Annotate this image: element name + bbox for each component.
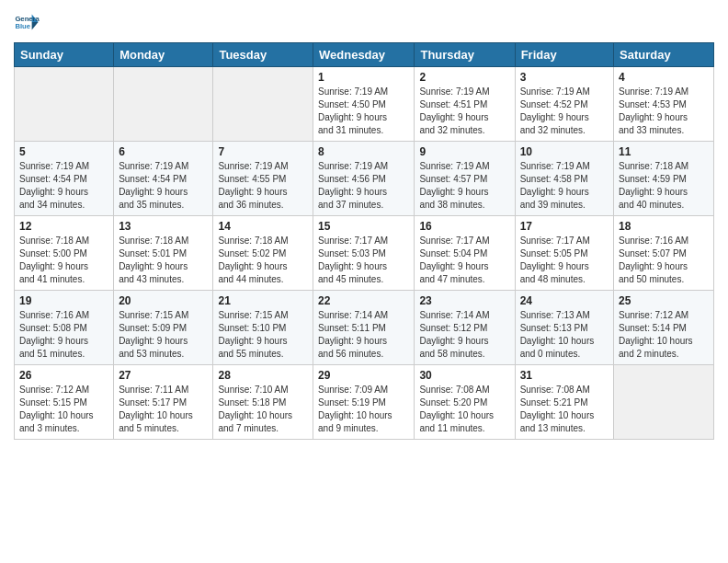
day-number-26: 26 — [19, 369, 108, 382]
day-info-2: Sunrise: 7:19 AM Sunset: 4:51 PM Dayligh… — [419, 86, 509, 137]
day-info-7: Sunrise: 7:19 AM Sunset: 4:55 PM Dayligh… — [218, 160, 308, 212]
day-cell-9: 9Sunrise: 7:19 AM Sunset: 4:57 PM Daylig… — [415, 142, 515, 216]
day-info-11: Sunrise: 7:18 AM Sunset: 4:59 PM Dayligh… — [619, 160, 709, 212]
day-info-27: Sunrise: 7:11 AM Sunset: 5:17 PM Dayligh… — [119, 384, 208, 435]
day-number-12: 12 — [19, 220, 108, 233]
day-cell-6: 6Sunrise: 7:19 AM Sunset: 4:54 PM Daylig… — [114, 142, 213, 216]
day-info-5: Sunrise: 7:19 AM Sunset: 4:54 PM Dayligh… — [19, 160, 108, 212]
day-info-13: Sunrise: 7:18 AM Sunset: 5:01 PM Dayligh… — [119, 235, 208, 286]
day-cell-30: 30Sunrise: 7:08 AM Sunset: 5:20 PM Dayli… — [415, 365, 515, 440]
day-info-15: Sunrise: 7:17 AM Sunset: 5:03 PM Dayligh… — [318, 235, 409, 286]
day-cell-5: 5Sunrise: 7:19 AM Sunset: 4:54 PM Daylig… — [15, 142, 114, 216]
day-cell-25: 25Sunrise: 7:12 AM Sunset: 5:14 PM Dayli… — [614, 291, 714, 365]
day-number-6: 6 — [119, 145, 208, 158]
day-cell-19: 19Sunrise: 7:16 AM Sunset: 5:08 PM Dayli… — [15, 291, 114, 365]
day-info-4: Sunrise: 7:19 AM Sunset: 4:53 PM Dayligh… — [619, 86, 709, 137]
day-cell-26: 26Sunrise: 7:12 AM Sunset: 5:15 PM Dayli… — [15, 365, 114, 440]
day-number-2: 2 — [419, 71, 509, 84]
day-cell-8: 8Sunrise: 7:19 AM Sunset: 4:56 PM Daylig… — [313, 142, 415, 216]
calendar-table: SundayMondayTuesdayWednesdayThursdayFrid… — [14, 42, 714, 440]
day-info-9: Sunrise: 7:19 AM Sunset: 4:57 PM Dayligh… — [419, 160, 509, 212]
svg-text:General: General — [15, 15, 40, 23]
day-cell-17: 17Sunrise: 7:17 AM Sunset: 5:05 PM Dayli… — [515, 216, 613, 291]
day-number-19: 19 — [19, 294, 108, 307]
weekday-header-thursday: Thursday — [415, 43, 515, 67]
day-cell-21: 21Sunrise: 7:15 AM Sunset: 5:10 PM Dayli… — [213, 291, 313, 365]
day-info-29: Sunrise: 7:09 AM Sunset: 5:19 PM Dayligh… — [318, 384, 409, 435]
weekday-header-saturday: Saturday — [614, 43, 714, 67]
page-container: General Blue SundayMondayTuesdayWednesda… — [0, 0, 728, 449]
day-number-28: 28 — [218, 369, 308, 382]
day-number-17: 17 — [520, 220, 609, 233]
day-number-29: 29 — [318, 369, 409, 382]
day-number-27: 27 — [119, 369, 208, 382]
day-info-18: Sunrise: 7:16 AM Sunset: 5:07 PM Dayligh… — [619, 235, 709, 286]
day-info-8: Sunrise: 7:19 AM Sunset: 4:56 PM Dayligh… — [318, 160, 409, 212]
day-info-31: Sunrise: 7:08 AM Sunset: 5:21 PM Dayligh… — [520, 384, 609, 435]
weekday-header-friday: Friday — [515, 43, 613, 67]
empty-cell — [213, 67, 313, 142]
day-number-1: 1 — [318, 71, 409, 84]
weekday-header-monday: Monday — [114, 43, 213, 67]
day-number-22: 22 — [318, 294, 409, 307]
day-cell-14: 14Sunrise: 7:18 AM Sunset: 5:02 PM Dayli… — [213, 216, 313, 291]
header: General Blue — [14, 9, 714, 35]
day-info-24: Sunrise: 7:13 AM Sunset: 5:13 PM Dayligh… — [520, 309, 609, 361]
day-cell-20: 20Sunrise: 7:15 AM Sunset: 5:09 PM Dayli… — [114, 291, 213, 365]
day-info-21: Sunrise: 7:15 AM Sunset: 5:10 PM Dayligh… — [218, 309, 308, 361]
day-cell-12: 12Sunrise: 7:18 AM Sunset: 5:00 PM Dayli… — [15, 216, 114, 291]
day-number-4: 4 — [619, 71, 709, 84]
week-row-2: 5Sunrise: 7:19 AM Sunset: 4:54 PM Daylig… — [15, 142, 714, 216]
day-number-3: 3 — [520, 71, 609, 84]
day-number-7: 7 — [218, 145, 308, 158]
day-info-3: Sunrise: 7:19 AM Sunset: 4:52 PM Dayligh… — [520, 86, 609, 137]
day-number-11: 11 — [619, 145, 709, 158]
day-info-23: Sunrise: 7:14 AM Sunset: 5:12 PM Dayligh… — [419, 309, 509, 361]
week-row-3: 12Sunrise: 7:18 AM Sunset: 5:00 PM Dayli… — [15, 216, 714, 291]
empty-cell — [15, 67, 114, 142]
day-info-19: Sunrise: 7:16 AM Sunset: 5:08 PM Dayligh… — [19, 309, 108, 361]
day-number-30: 30 — [419, 369, 509, 382]
week-row-4: 19Sunrise: 7:16 AM Sunset: 5:08 PM Dayli… — [15, 291, 714, 365]
day-info-20: Sunrise: 7:15 AM Sunset: 5:09 PM Dayligh… — [119, 309, 208, 361]
day-cell-31: 31Sunrise: 7:08 AM Sunset: 5:21 PM Dayli… — [515, 365, 613, 440]
day-cell-4: 4Sunrise: 7:19 AM Sunset: 4:53 PM Daylig… — [614, 67, 714, 142]
day-cell-27: 27Sunrise: 7:11 AM Sunset: 5:17 PM Dayli… — [114, 365, 213, 440]
logo-icon: General Blue — [14, 9, 40, 35]
day-cell-16: 16Sunrise: 7:17 AM Sunset: 5:04 PM Dayli… — [415, 216, 515, 291]
day-number-10: 10 — [520, 145, 609, 158]
empty-cell — [614, 365, 714, 440]
svg-text:Blue: Blue — [15, 22, 30, 30]
day-number-14: 14 — [218, 220, 308, 233]
day-info-12: Sunrise: 7:18 AM Sunset: 5:00 PM Dayligh… — [19, 235, 108, 286]
day-info-22: Sunrise: 7:14 AM Sunset: 5:11 PM Dayligh… — [318, 309, 409, 361]
day-number-16: 16 — [419, 220, 509, 233]
day-number-18: 18 — [619, 220, 709, 233]
day-cell-22: 22Sunrise: 7:14 AM Sunset: 5:11 PM Dayli… — [313, 291, 415, 365]
weekday-header-wednesday: Wednesday — [313, 43, 415, 67]
day-cell-29: 29Sunrise: 7:09 AM Sunset: 5:19 PM Dayli… — [313, 365, 415, 440]
day-info-16: Sunrise: 7:17 AM Sunset: 5:04 PM Dayligh… — [419, 235, 509, 286]
day-cell-10: 10Sunrise: 7:19 AM Sunset: 4:58 PM Dayli… — [515, 142, 613, 216]
day-number-31: 31 — [520, 369, 609, 382]
day-cell-13: 13Sunrise: 7:18 AM Sunset: 5:01 PM Dayli… — [114, 216, 213, 291]
day-number-15: 15 — [318, 220, 409, 233]
day-cell-23: 23Sunrise: 7:14 AM Sunset: 5:12 PM Dayli… — [415, 291, 515, 365]
day-info-1: Sunrise: 7:19 AM Sunset: 4:50 PM Dayligh… — [318, 86, 409, 137]
logo: General Blue — [14, 9, 40, 35]
day-info-28: Sunrise: 7:10 AM Sunset: 5:18 PM Dayligh… — [218, 384, 308, 435]
week-row-1: 1Sunrise: 7:19 AM Sunset: 4:50 PM Daylig… — [15, 67, 714, 142]
day-info-26: Sunrise: 7:12 AM Sunset: 5:15 PM Dayligh… — [19, 384, 108, 435]
day-cell-24: 24Sunrise: 7:13 AM Sunset: 5:13 PM Dayli… — [515, 291, 613, 365]
day-cell-3: 3Sunrise: 7:19 AM Sunset: 4:52 PM Daylig… — [515, 67, 613, 142]
day-number-13: 13 — [119, 220, 208, 233]
day-cell-2: 2Sunrise: 7:19 AM Sunset: 4:51 PM Daylig… — [415, 67, 515, 142]
day-number-21: 21 — [218, 294, 308, 307]
day-cell-1: 1Sunrise: 7:19 AM Sunset: 4:50 PM Daylig… — [313, 67, 415, 142]
weekday-header-tuesday: Tuesday — [213, 43, 313, 67]
day-number-5: 5 — [19, 145, 108, 158]
day-cell-28: 28Sunrise: 7:10 AM Sunset: 5:18 PM Dayli… — [213, 365, 313, 440]
day-info-17: Sunrise: 7:17 AM Sunset: 5:05 PM Dayligh… — [520, 235, 609, 286]
week-row-5: 26Sunrise: 7:12 AM Sunset: 5:15 PM Dayli… — [15, 365, 714, 440]
day-cell-15: 15Sunrise: 7:17 AM Sunset: 5:03 PM Dayli… — [313, 216, 415, 291]
